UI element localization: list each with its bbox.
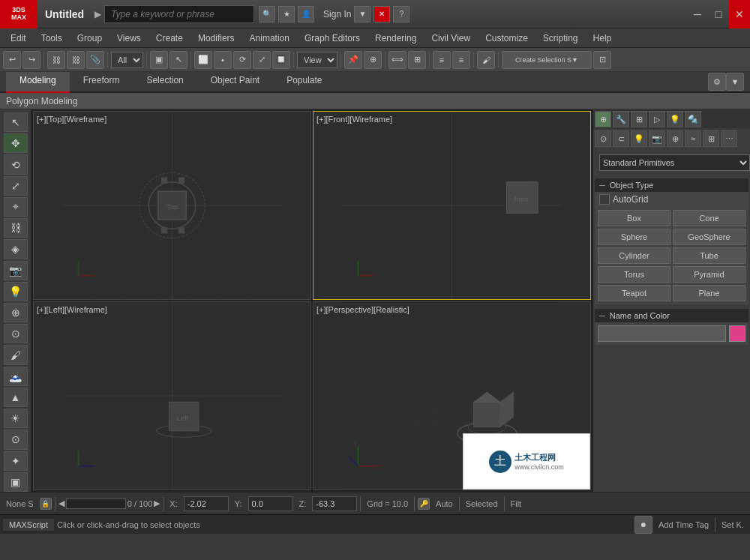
viewport-front[interactable]: [+][Front][Wireframe] front [313, 111, 591, 300]
primitives-dropdown[interactable]: Standard Primitives [599, 154, 750, 171]
record-button[interactable]: ⏺ [634, 516, 652, 534]
maximize-button[interactable]: □ [708, 0, 729, 28]
lt-sphere[interactable]: ⊙ [4, 430, 28, 449]
snap-button[interactable]: 📌 [344, 51, 362, 69]
search-input[interactable] [104, 5, 254, 23]
rect-select[interactable]: ⬜ [194, 51, 212, 69]
lt-paint[interactable]: 🖌 [4, 345, 28, 364]
btn-teapot[interactable]: Teapot [598, 285, 670, 301]
view-dropdown[interactable]: View [297, 52, 338, 68]
menu-help[interactable]: Help [586, 31, 620, 45]
lt-helper[interactable]: ⊕ [4, 303, 28, 322]
bind-button[interactable]: 📎 [86, 51, 104, 69]
rp-tab-motion[interactable]: ▷ [649, 111, 665, 127]
lt-sun[interactable]: ☀ [4, 409, 28, 428]
progress-arrows-right[interactable]: ▶ [154, 499, 160, 508]
set-k-label[interactable]: Set K. [718, 520, 747, 529]
search-icon[interactable]: 🔍 [259, 6, 275, 22]
link-button[interactable]: ⛓ [47, 51, 65, 69]
render-input[interactable]: Create Selection S▼ [502, 51, 592, 69]
rp-shape-icon[interactable]: ⊂ [613, 130, 629, 147]
btn-sphere[interactable]: Sphere [598, 229, 670, 245]
menu-create[interactable]: Create [148, 31, 190, 45]
point-button[interactable]: • [214, 51, 232, 69]
rp-tab-display[interactable]: 💡 [667, 111, 683, 127]
btn-pyramid[interactable]: Pyramid [673, 266, 746, 283]
rp-tab-hierarchy[interactable]: ⊞ [631, 111, 647, 127]
lt-mirror[interactable]: ▲ [4, 388, 28, 407]
filter-dropdown[interactable]: All [111, 52, 143, 68]
undo-button[interactable]: ↩ [3, 51, 21, 69]
lt-material[interactable]: ◈ [4, 239, 28, 259]
redo-button[interactable]: ↪ [22, 51, 40, 69]
lt-grid[interactable]: ▣ [4, 472, 28, 492]
color-swatch[interactable] [729, 325, 746, 342]
z-input[interactable] [312, 496, 357, 511]
object-name-input[interactable] [598, 325, 726, 342]
rp-extra-icon[interactable]: ⋯ [721, 130, 737, 147]
layer2-button[interactable]: ≡ [452, 51, 470, 69]
menu-rendering[interactable]: Rendering [368, 31, 424, 45]
btn-cone[interactable]: Cone [673, 210, 746, 226]
rp-tab-modify[interactable]: 🔧 [613, 111, 629, 127]
lt-terrain[interactable]: 🗻 [4, 367, 28, 386]
lt-space[interactable]: ⊙ [4, 324, 28, 343]
dropdown-arrow[interactable]: ▼ [354, 6, 370, 22]
lt-select[interactable]: ↖ [4, 112, 28, 132]
y-input[interactable] [248, 496, 293, 511]
ribbon-collapse-icon[interactable]: ▼ [726, 73, 744, 91]
help-icon[interactable]: ? [393, 6, 410, 22]
rotate-button[interactable]: ⟳ [233, 51, 251, 69]
select-filter-button[interactable]: ▣ [150, 51, 168, 69]
rp-system-icon[interactable]: ⊞ [703, 130, 719, 147]
rp-camera-icon[interactable]: 📷 [649, 130, 665, 147]
lt-light[interactable]: 💡 [4, 282, 28, 301]
btn-tube[interactable]: Tube [673, 247, 746, 264]
btn-box[interactable]: Box [598, 210, 670, 226]
align-button[interactable]: ⊞ [408, 51, 426, 69]
menu-group[interactable]: Group [70, 31, 110, 45]
lt-scale[interactable]: ⤢ [4, 176, 28, 196]
lt-link[interactable]: ⛓ [4, 218, 28, 238]
x-input[interactable] [184, 496, 229, 511]
tab-freeform[interactable]: Freeform [70, 72, 134, 93]
btn-cylinder[interactable]: Cylinder [598, 247, 670, 264]
btn-plane[interactable]: Plane [673, 285, 746, 301]
btn-geosphere[interactable]: GeoSphere [673, 229, 746, 245]
tab-modeling[interactable]: Modeling [6, 72, 70, 93]
object-type-header[interactable]: ─ Object Type [595, 178, 748, 192]
select-button[interactable]: ↖ [170, 51, 188, 69]
menu-tools[interactable]: Tools [34, 31, 70, 45]
scale-button[interactable]: ⤢ [253, 51, 271, 69]
lt-place[interactable]: ⌖ [4, 197, 28, 217]
menu-graph-editors[interactable]: Graph Editors [297, 31, 368, 45]
layer-button[interactable]: ≡ [433, 51, 451, 69]
rp-tab-utilities[interactable]: 🔩 [685, 111, 701, 127]
viewport-top[interactable]: [+][Top][Wireframe] Top [33, 111, 311, 300]
lt-camera[interactable]: 📷 [4, 261, 28, 280]
menu-civil-view[interactable]: Civil View [424, 31, 478, 45]
viewport-left[interactable]: [+][Left][Wireframe] Left [33, 301, 311, 490]
menu-modifiers[interactable]: Modifiers [190, 31, 242, 45]
sign-in-label[interactable]: Sign In [323, 9, 351, 19]
menu-scripting[interactable]: Scripting [536, 31, 586, 45]
btn-torus[interactable]: Torus [598, 266, 670, 283]
menu-views[interactable]: Views [110, 31, 148, 45]
menu-edit[interactable]: Edit [3, 31, 34, 45]
lt-rotate[interactable]: ⟲ [4, 154, 28, 174]
add-time-tag[interactable]: Add Time Tag [656, 520, 712, 529]
rp-tab-create[interactable]: ⊕ [595, 111, 611, 127]
user-icon[interactable]: 👤 [298, 6, 314, 22]
rp-geometry-icon[interactable]: ⊙ [595, 130, 611, 147]
maxscript-label[interactable]: MAXScript [3, 519, 54, 531]
rp-light-icon[interactable]: 💡 [631, 130, 647, 147]
rp-warp-icon[interactable]: ≈ [685, 130, 701, 147]
lt-star[interactable]: ✦ [4, 451, 28, 471]
name-color-header[interactable]: ─ Name and Color [595, 309, 748, 322]
star-icon[interactable]: ★ [278, 6, 295, 22]
progress-arrows-left[interactable]: ◀ [58, 499, 64, 508]
ribbon-settings-icon[interactable]: ⚙ [708, 73, 726, 91]
mirror-button[interactable]: ⟺ [388, 51, 406, 69]
menu-animation[interactable]: Animation [242, 31, 297, 45]
tab-object-paint[interactable]: Object Paint [197, 72, 273, 93]
